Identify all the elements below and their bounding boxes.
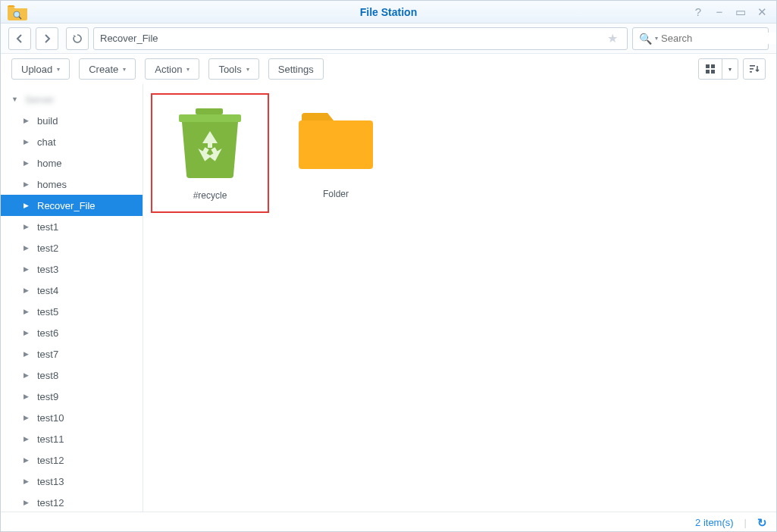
action-button[interactable]: Action▾ (145, 58, 199, 80)
tree-item-label: home (37, 158, 62, 169)
caret-down-icon: ▾ (57, 66, 60, 73)
tree-item-label: test8 (37, 370, 58, 381)
create-button[interactable]: Create▾ (79, 58, 136, 80)
tree-item-label: test4 (37, 285, 58, 296)
tree-item-test4[interactable]: ▶test4 (1, 280, 143, 301)
svg-rect-2 (706, 64, 710, 68)
file-label: #recycle (193, 190, 227, 201)
grid-view-icon[interactable] (699, 59, 722, 79)
tree-item-test8[interactable]: ▶test8 (1, 365, 143, 386)
tree-item-test9[interactable]: ▶test9 (1, 386, 143, 407)
svg-rect-4 (706, 70, 710, 74)
refresh-icon[interactable]: ↻ (757, 516, 767, 530)
close-icon[interactable]: ✕ (755, 5, 769, 19)
tree-item-label: Recover_File (37, 200, 96, 211)
tree-item-label: test1 (37, 221, 58, 233)
tree-item-label: test11 (37, 433, 64, 445)
file-grid[interactable]: #recycleFolder (143, 84, 776, 512)
tree-item-test3[interactable]: ▶test3 (1, 258, 143, 280)
maximize-icon[interactable]: ▭ (734, 5, 747, 19)
recycle-bin-icon (168, 104, 252, 180)
svg-rect-7 (750, 68, 754, 70)
window-title: File Station (1, 6, 776, 18)
svg-rect-9 (196, 108, 223, 114)
tree-item-test10[interactable]: ▶test10 (1, 407, 143, 428)
svg-rect-10 (179, 114, 241, 122)
tree-item-chat[interactable]: ▶chat (1, 131, 143, 152)
tree-item-label: build (37, 115, 58, 127)
sort-button[interactable] (743, 58, 766, 80)
tree-item-test12[interactable]: ▶test12 (1, 492, 143, 512)
upload-button[interactable]: Upload▾ (11, 58, 70, 80)
tree-item-homes[interactable]: ▶homes (1, 174, 143, 195)
tree-item-label: test12 (37, 497, 64, 509)
minimize-icon[interactable]: − (713, 5, 726, 19)
tree-item-test7[interactable]: ▶test7 (1, 343, 143, 365)
reload-button[interactable] (66, 27, 89, 50)
tree-item-home[interactable]: ▶home (1, 152, 143, 174)
svg-rect-5 (711, 70, 715, 74)
view-dropdown-caret[interactable]: ▾ (722, 59, 738, 79)
titlebar: File Station ? − ▭ ✕ (1, 1, 776, 23)
tree-item-label: test9 (37, 391, 58, 402)
tree-item-test13[interactable]: ▶test13 (1, 471, 143, 492)
help-icon[interactable]: ? (691, 5, 705, 19)
search-dropdown-caret[interactable]: ▾ (655, 35, 658, 42)
tree-item-test2[interactable]: ▶test2 (1, 237, 143, 258)
tree-item-label: test3 (37, 264, 58, 275)
caret-down-icon: ▾ (186, 66, 190, 73)
folder-item[interactable]: Folder (277, 93, 395, 210)
view-mode-button[interactable]: ▾ (698, 58, 738, 80)
tree-item-recover_file[interactable]: ▶Recover_File (1, 195, 143, 216)
tools-button[interactable]: Tools▾ (208, 58, 258, 80)
tree-item-label: test10 (37, 412, 64, 424)
file-label: Folder (323, 189, 349, 199)
action-toolbar: Upload▾ Create▾ Action▾ Tools▾ Settings … (1, 54, 776, 84)
app-folder-icon (7, 4, 28, 20)
tree-item-label: chat (37, 136, 56, 148)
svg-rect-6 (750, 65, 755, 67)
tree-item-label: test6 (37, 327, 58, 339)
tree-item-label: test13 (37, 476, 64, 487)
svg-point-0 (14, 11, 20, 17)
item-count: 2 item(s) (695, 517, 734, 528)
svg-rect-3 (711, 64, 715, 68)
tree-item-test5[interactable]: ▶test5 (1, 301, 143, 322)
search-icon: 🔍 (639, 33, 652, 45)
caret-down-icon: ▾ (123, 66, 126, 73)
forward-button[interactable] (36, 27, 58, 50)
svg-rect-8 (750, 71, 752, 73)
favorite-star-icon[interactable]: ★ (604, 31, 621, 45)
settings-button[interactable]: Settings (268, 58, 324, 80)
tree-item-label: test5 (37, 306, 58, 318)
tree-item-build[interactable]: ▶build (1, 110, 143, 131)
caret-down-icon: ▾ (246, 66, 249, 73)
tree-item-label: test12 (37, 455, 64, 466)
tree-item-label: test7 (37, 349, 58, 360)
tree-item-test12[interactable]: ▶test12 (1, 449, 143, 471)
path-input[interactable] (100, 33, 604, 44)
path-input-box[interactable]: ★ (93, 27, 628, 50)
recycle-bin-item[interactable]: #recycle (151, 93, 269, 213)
search-input[interactable] (661, 33, 777, 44)
folder-tree-sidebar[interactable]: ▼Server▶build▶chat▶home▶homes▶Recover_Fi… (1, 84, 143, 512)
back-button[interactable] (8, 27, 31, 50)
tree-item-label: test2 (37, 243, 58, 254)
nav-toolbar: ★ 🔍 ▾ (1, 23, 776, 54)
status-bar: 2 item(s) | ↻ (1, 512, 776, 532)
search-box[interactable]: 🔍 ▾ (632, 27, 769, 50)
tree-item-test6[interactable]: ▶test6 (1, 322, 143, 343)
tree-item-label: homes (37, 179, 67, 190)
tree-item-test11[interactable]: ▶test11 (1, 428, 143, 449)
folder-icon (294, 102, 378, 178)
tree-item-test1[interactable]: ▶test1 (1, 216, 143, 237)
tree-root-node[interactable]: ▼Server (1, 89, 143, 110)
